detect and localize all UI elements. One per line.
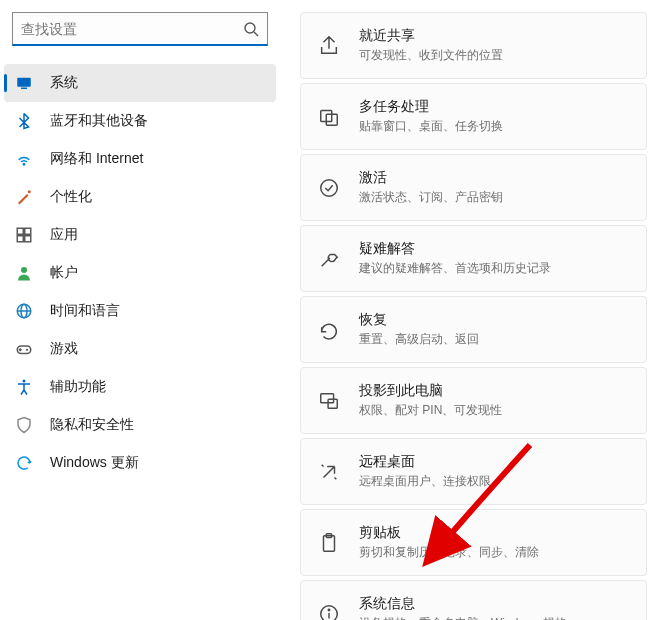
sidebar-item-label: 时间和语言 [50, 302, 120, 320]
wifi-icon [14, 149, 34, 169]
search-box[interactable] [12, 12, 268, 46]
card-text: 系统信息 设备规格、重命名电脑、Windows 规格 [359, 595, 630, 620]
clipboard-icon [317, 531, 341, 555]
svg-rect-7 [17, 236, 23, 242]
shield-icon [14, 415, 34, 435]
sidebar-item-person[interactable]: 帐户 [4, 254, 276, 292]
person-icon [14, 263, 34, 283]
card-title: 恢复 [359, 311, 630, 329]
card-desc: 权限、配对 PIN、可发现性 [359, 402, 630, 419]
card-desc: 激活状态、订阅、产品密钥 [359, 189, 630, 206]
brush-icon [14, 187, 34, 207]
update-icon [14, 453, 34, 473]
info-icon [317, 602, 341, 621]
card-desc: 可发现性、收到文件的位置 [359, 47, 630, 64]
sidebar-item-label: 游戏 [50, 340, 78, 358]
card-desc: 设备规格、重命名电脑、Windows 规格 [359, 615, 630, 620]
card-text: 就近共享 可发现性、收到文件的位置 [359, 27, 630, 64]
card-title: 剪贴板 [359, 524, 630, 542]
main-panel: 就近共享 可发现性、收到文件的位置 多任务处理 贴靠窗口、桌面、任务切换 激活 … [280, 0, 659, 620]
card-desc: 重置、高级启动、返回 [359, 331, 630, 348]
sidebar-item-label: 蓝牙和其他设备 [50, 112, 148, 130]
sidebar-item-system[interactable]: 系统 [4, 64, 276, 102]
card-title: 投影到此电脑 [359, 382, 630, 400]
card-title: 多任务处理 [359, 98, 630, 116]
nav-list: 系统 蓝牙和其他设备 网络和 Internet 个性化 应用 帐户 时间和语言 … [0, 64, 280, 482]
sidebar-item-label: 系统 [50, 74, 78, 92]
settings-card-remote[interactable]: 远程桌面 远程桌面用户、连接权限 [300, 438, 647, 505]
sidebar-item-label: 辅助功能 [50, 378, 106, 396]
card-text: 远程桌面 远程桌面用户、连接权限 [359, 453, 630, 490]
card-text: 投影到此电脑 权限、配对 PIN、可发现性 [359, 382, 630, 419]
sidebar-item-shield[interactable]: 隐私和安全性 [4, 406, 276, 444]
settings-card-multitask[interactable]: 多任务处理 贴靠窗口、桌面、任务切换 [300, 83, 647, 150]
svg-point-0 [245, 23, 255, 33]
sidebar-item-label: 应用 [50, 226, 78, 244]
svg-point-9 [21, 267, 27, 273]
svg-point-4 [28, 190, 31, 193]
sidebar-item-label: 隐私和安全性 [50, 416, 134, 434]
search-input[interactable] [21, 21, 243, 37]
sidebar-item-apps[interactable]: 应用 [4, 216, 276, 254]
settings-card-share[interactable]: 就近共享 可发现性、收到文件的位置 [300, 12, 647, 79]
card-text: 疑难解答 建议的疑难解答、首选项和历史记录 [359, 240, 630, 277]
svg-rect-6 [25, 228, 31, 234]
settings-card-info[interactable]: 系统信息 设备规格、重命名电脑、Windows 规格 [300, 580, 647, 620]
card-title: 远程桌面 [359, 453, 630, 471]
svg-line-1 [254, 32, 258, 36]
sidebar-item-label: 个性化 [50, 188, 92, 206]
sidebar-item-label: 帐户 [50, 264, 78, 282]
sidebar-item-game[interactable]: 游戏 [4, 330, 276, 368]
sidebar-item-label: Windows 更新 [50, 454, 139, 472]
svg-point-15 [23, 380, 26, 383]
globe-icon [14, 301, 34, 321]
sidebar-item-label: 网络和 Internet [50, 150, 143, 168]
search-container [12, 12, 268, 46]
share-icon [317, 34, 341, 58]
settings-card-clipboard[interactable]: 剪贴板 剪切和复制历史记录、同步、清除 [300, 509, 647, 576]
project-icon [317, 389, 341, 413]
card-title: 就近共享 [359, 27, 630, 45]
wrench-icon [317, 247, 341, 271]
card-text: 激活 激活状态、订阅、产品密钥 [359, 169, 630, 206]
svg-rect-19 [321, 393, 334, 402]
svg-rect-8 [25, 236, 31, 242]
multitask-icon [317, 105, 341, 129]
settings-card-check[interactable]: 激活 激活状态、订阅、产品密钥 [300, 154, 647, 221]
card-text: 恢复 重置、高级启动、返回 [359, 311, 630, 348]
svg-point-25 [328, 609, 329, 610]
system-icon [14, 73, 34, 93]
card-text: 多任务处理 贴靠窗口、桌面、任务切换 [359, 98, 630, 135]
apps-icon [14, 225, 34, 245]
svg-point-14 [26, 349, 28, 351]
card-desc: 建议的疑难解答、首选项和历史记录 [359, 260, 630, 277]
card-desc: 剪切和复制历史记录、同步、清除 [359, 544, 630, 561]
card-title: 激活 [359, 169, 630, 187]
check-icon [317, 176, 341, 200]
sidebar-item-brush[interactable]: 个性化 [4, 178, 276, 216]
svg-rect-5 [17, 228, 23, 234]
sidebar-item-update[interactable]: Windows 更新 [4, 444, 276, 482]
sidebar-item-bluetooth[interactable]: 蓝牙和其他设备 [4, 102, 276, 140]
sidebar-item-globe[interactable]: 时间和语言 [4, 292, 276, 330]
card-title: 疑难解答 [359, 240, 630, 258]
card-desc: 贴靠窗口、桌面、任务切换 [359, 118, 630, 135]
game-icon [14, 339, 34, 359]
svg-rect-20 [328, 399, 337, 408]
card-title: 系统信息 [359, 595, 630, 613]
sidebar-item-accessibility[interactable]: 辅助功能 [4, 368, 276, 406]
remote-icon [317, 460, 341, 484]
bluetooth-icon [14, 111, 34, 131]
sidebar-item-wifi[interactable]: 网络和 Internet [4, 140, 276, 178]
svg-rect-3 [21, 88, 27, 90]
recovery-icon [317, 318, 341, 342]
card-desc: 远程桌面用户、连接权限 [359, 473, 630, 490]
settings-card-recovery[interactable]: 恢复 重置、高级启动、返回 [300, 296, 647, 363]
svg-rect-2 [17, 78, 31, 87]
settings-card-project[interactable]: 投影到此电脑 权限、配对 PIN、可发现性 [300, 367, 647, 434]
svg-point-18 [321, 179, 338, 196]
settings-card-wrench[interactable]: 疑难解答 建议的疑难解答、首选项和历史记录 [300, 225, 647, 292]
search-icon [243, 21, 259, 37]
sidebar: 系统 蓝牙和其他设备 网络和 Internet 个性化 应用 帐户 时间和语言 … [0, 0, 280, 620]
card-text: 剪贴板 剪切和复制历史记录、同步、清除 [359, 524, 630, 561]
